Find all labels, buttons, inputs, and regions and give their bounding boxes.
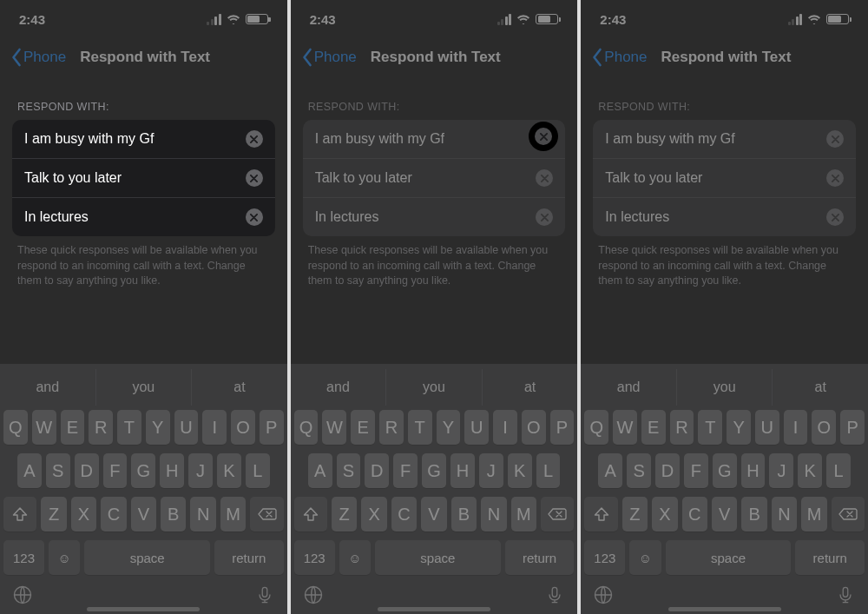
predictive-word[interactable]: at xyxy=(772,369,868,406)
back-button[interactable]: Phone xyxy=(296,44,362,70)
key-v[interactable]: V xyxy=(131,497,156,531)
key-z[interactable]: Z xyxy=(41,497,66,531)
key-g[interactable]: G xyxy=(131,453,155,488)
predictive-word[interactable]: at xyxy=(191,369,287,406)
numbers-key[interactable]: 123 xyxy=(3,540,44,575)
key-j[interactable]: J xyxy=(769,453,793,488)
emoji-key[interactable]: ☺ xyxy=(339,540,371,575)
mic-key[interactable] xyxy=(833,583,858,607)
key-z[interactable]: Z xyxy=(622,497,648,531)
key-d[interactable]: D xyxy=(365,453,389,488)
response-row[interactable]: In lectures xyxy=(12,197,275,236)
emoji-key[interactable]: ☺ xyxy=(629,540,661,575)
key-r[interactable]: R xyxy=(379,410,404,445)
key-s[interactable]: S xyxy=(337,453,361,488)
predictive-word[interactable]: at xyxy=(482,369,578,406)
key-u[interactable]: U xyxy=(174,410,199,445)
key-y[interactable]: Y xyxy=(437,410,461,445)
globe-key[interactable] xyxy=(301,583,326,607)
shift-key[interactable] xyxy=(584,497,617,531)
key-f[interactable]: F xyxy=(684,453,708,488)
clear-button[interactable] xyxy=(826,169,844,187)
key-v[interactable]: V xyxy=(421,497,446,531)
key-s[interactable]: S xyxy=(46,453,70,488)
key-l[interactable]: L xyxy=(826,453,851,488)
key-c[interactable]: C xyxy=(682,497,707,531)
numbers-key[interactable]: 123 xyxy=(584,540,625,575)
globe-key[interactable] xyxy=(10,583,35,607)
predictive-word[interactable]: and xyxy=(291,369,386,406)
predictive-word[interactable]: you xyxy=(95,369,192,406)
clear-button[interactable] xyxy=(246,169,263,187)
key-q[interactable]: Q xyxy=(584,410,608,445)
key-i[interactable]: I xyxy=(784,410,808,445)
predictive-word[interactable]: you xyxy=(385,369,482,406)
key-x[interactable]: X xyxy=(71,497,96,531)
key-d[interactable]: D xyxy=(655,453,680,488)
key-p[interactable]: P xyxy=(260,410,284,445)
key-r[interactable]: R xyxy=(670,410,694,445)
response-row[interactable]: I am busy with my Gf xyxy=(303,120,566,158)
backspace-key[interactable] xyxy=(832,497,865,531)
clear-button[interactable] xyxy=(536,208,553,226)
key-k[interactable]: K xyxy=(217,453,241,488)
clear-button[interactable] xyxy=(246,130,263,148)
key-u[interactable]: U xyxy=(755,410,779,445)
space-key[interactable]: space xyxy=(375,540,501,575)
key-g[interactable]: G xyxy=(713,453,737,488)
return-key[interactable]: return xyxy=(214,540,284,575)
emoji-key[interactable]: ☺ xyxy=(49,540,80,575)
key-w[interactable]: W xyxy=(322,410,346,445)
key-t[interactable]: T xyxy=(117,410,141,445)
key-n[interactable]: N xyxy=(190,497,215,531)
key-s[interactable]: S xyxy=(627,453,651,488)
key-d[interactable]: D xyxy=(75,453,99,488)
return-key[interactable]: return xyxy=(505,540,575,575)
key-m[interactable]: M xyxy=(220,497,246,531)
key-z[interactable]: Z xyxy=(332,497,357,531)
response-row[interactable]: Talk to you later xyxy=(593,158,856,197)
key-w[interactable]: W xyxy=(613,410,637,445)
shift-key[interactable] xyxy=(294,497,327,531)
backspace-key[interactable] xyxy=(250,497,283,531)
predictive-word[interactable]: and xyxy=(581,369,676,406)
key-y[interactable]: Y xyxy=(727,410,751,445)
mic-key[interactable] xyxy=(542,583,567,607)
key-b[interactable]: B xyxy=(161,497,186,531)
space-key[interactable]: space xyxy=(666,540,792,575)
home-indicator[interactable] xyxy=(378,607,490,611)
clear-button[interactable] xyxy=(246,208,263,226)
home-indicator[interactable] xyxy=(87,607,200,611)
key-a[interactable]: A xyxy=(598,453,622,488)
key-b[interactable]: B xyxy=(741,497,766,531)
space-key[interactable]: space xyxy=(84,540,210,575)
key-u[interactable]: U xyxy=(464,410,489,445)
key-b[interactable]: B xyxy=(451,497,477,531)
key-v[interactable]: V xyxy=(712,497,737,531)
clear-button[interactable] xyxy=(536,169,553,187)
shift-key[interactable] xyxy=(3,497,36,531)
predictive-word[interactable]: and xyxy=(0,369,95,406)
response-row[interactable]: In lectures xyxy=(593,197,856,236)
key-n[interactable]: N xyxy=(481,497,506,531)
key-t[interactable]: T xyxy=(698,410,722,445)
clear-button[interactable] xyxy=(826,208,844,226)
key-k[interactable]: K xyxy=(508,453,532,488)
predictive-word[interactable]: you xyxy=(676,369,773,406)
back-button[interactable]: Phone xyxy=(586,44,652,70)
key-o[interactable]: O xyxy=(812,410,836,445)
response-row[interactable]: I am busy with my Gf xyxy=(12,120,275,158)
key-r[interactable]: R xyxy=(89,410,113,445)
key-a[interactable]: A xyxy=(17,453,42,488)
key-e[interactable]: E xyxy=(61,410,85,445)
key-o[interactable]: O xyxy=(522,410,546,445)
key-x[interactable]: X xyxy=(361,497,386,531)
key-h[interactable]: H xyxy=(450,453,475,488)
key-e[interactable]: E xyxy=(641,410,666,445)
key-h[interactable]: H xyxy=(741,453,766,488)
key-w[interactable]: W xyxy=(32,410,56,445)
key-i[interactable]: I xyxy=(493,410,517,445)
globe-key[interactable] xyxy=(591,583,615,607)
key-n[interactable]: N xyxy=(772,497,797,531)
key-c[interactable]: C xyxy=(391,497,417,531)
